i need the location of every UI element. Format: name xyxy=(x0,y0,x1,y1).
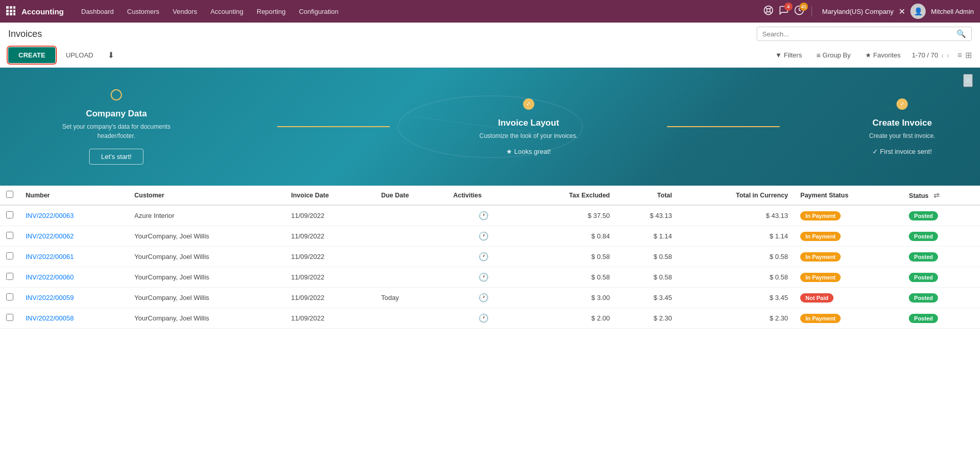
row-checkbox-0[interactable] xyxy=(6,211,13,218)
next-page-button[interactable]: › xyxy=(947,51,949,59)
activity-clock-icon[interactable]: 🕐 xyxy=(478,314,489,323)
row-checkbox-cell[interactable] xyxy=(0,247,19,267)
connector-2 xyxy=(667,126,780,127)
nav-dashboard[interactable]: Dashboard xyxy=(75,5,120,18)
create-button[interactable]: CREATE xyxy=(8,47,55,63)
cell-number[interactable]: INV/2022/00063 xyxy=(19,205,128,226)
lets-start-button[interactable]: Let's start! xyxy=(89,149,143,165)
cell-number[interactable]: INV/2022/00058 xyxy=(19,308,128,329)
col-due-date[interactable]: Due Date xyxy=(375,186,447,205)
cell-activities[interactable]: 🕐 xyxy=(447,308,520,329)
cell-activities[interactable]: 🕐 xyxy=(447,267,520,288)
cell-number[interactable]: INV/2022/00059 xyxy=(19,288,128,308)
download-button[interactable]: ⬇ xyxy=(103,48,118,62)
cell-total-currency: $ 3.45 xyxy=(678,288,795,308)
select-all-checkbox[interactable] xyxy=(6,191,13,198)
banner-close-button[interactable]: ✕ xyxy=(963,74,973,87)
table-row: INV/2022/00058 YourCompany, Joel Willis … xyxy=(0,308,980,329)
company-name: Maryland(US) Company xyxy=(822,8,893,15)
cell-activities[interactable]: 🕐 xyxy=(447,226,520,247)
search-bar[interactable]: 🔍 xyxy=(757,27,972,41)
cell-activities[interactable]: 🕐 xyxy=(447,205,520,226)
kanban-view-icon[interactable]: ⊞ xyxy=(965,50,972,60)
svg-line-14 xyxy=(765,11,767,13)
activity-clock-icon[interactable]: 🕐 xyxy=(478,232,489,240)
invoice-list: Number Customer Invoice Date Due Date Ac… xyxy=(0,186,980,329)
cell-due-date xyxy=(375,267,447,288)
nav-accounting[interactable]: Accounting xyxy=(204,5,249,18)
svg-line-13 xyxy=(769,7,772,9)
cell-total: $ 43.13 xyxy=(616,205,678,226)
select-all-header[interactable] xyxy=(0,186,19,205)
grid-icon[interactable] xyxy=(6,6,15,17)
cell-number[interactable]: INV/2022/00062 xyxy=(19,226,128,247)
activity-clock-icon[interactable]: 🕐 xyxy=(478,252,489,261)
row-checkbox-5[interactable] xyxy=(6,314,13,321)
nav-configuration[interactable]: Configuration xyxy=(293,5,344,18)
svg-rect-7 xyxy=(10,13,12,15)
row-checkbox-cell[interactable] xyxy=(0,226,19,247)
col-total[interactable]: Total xyxy=(616,186,678,205)
groupby-icon: ≡ xyxy=(816,51,820,59)
row-checkbox-2[interactable] xyxy=(6,252,13,259)
prev-page-button[interactable]: ‹ xyxy=(941,51,944,59)
nav-reporting[interactable]: Reporting xyxy=(251,5,291,18)
table-row: INV/2022/00063 Azure Interior 11/09/2022… xyxy=(0,205,980,226)
svg-rect-3 xyxy=(6,10,9,12)
activity-icon[interactable]: 41 xyxy=(794,5,804,18)
activity-clock-icon[interactable]: 🕐 xyxy=(478,293,489,302)
col-tax-excluded[interactable]: Tax Excluded xyxy=(520,186,616,205)
row-checkbox-1[interactable] xyxy=(6,232,13,239)
row-checkbox-3[interactable] xyxy=(6,273,13,280)
cell-number[interactable]: INV/2022/00061 xyxy=(19,247,128,267)
cell-total-currency: $ 0.58 xyxy=(678,247,795,267)
col-total-currency[interactable]: Total in Currency xyxy=(678,186,795,205)
col-customer[interactable]: Customer xyxy=(128,186,285,205)
groupby-label: Group By xyxy=(823,51,851,59)
chat-icon[interactable]: 4 xyxy=(779,5,789,18)
upload-button[interactable]: UPLOAD xyxy=(59,48,99,62)
col-status[interactable]: Status ⇄ xyxy=(903,186,980,205)
list-view-icon[interactable]: ≡ xyxy=(957,51,962,60)
favorites-label: Favorites xyxy=(873,51,901,59)
svg-rect-4 xyxy=(10,10,12,12)
nav-vendors[interactable]: Vendors xyxy=(166,5,203,18)
payment-status-badge: In Payment xyxy=(800,232,841,241)
support-icon[interactable] xyxy=(763,5,774,18)
filters-button[interactable]: ▼ Filters xyxy=(772,49,805,61)
row-checkbox-cell[interactable] xyxy=(0,308,19,329)
nav-customers[interactable]: Customers xyxy=(121,5,165,18)
wrench-icon[interactable]: ✕ xyxy=(899,7,905,16)
col-payment-status[interactable]: Payment Status xyxy=(794,186,903,205)
col-invoice-date[interactable]: Invoice Date xyxy=(285,186,375,205)
cell-payment-status: In Payment xyxy=(794,247,903,267)
cell-activities[interactable]: 🕐 xyxy=(447,288,520,308)
search-input[interactable] xyxy=(762,30,956,38)
svg-line-12 xyxy=(769,11,772,13)
row-checkbox-cell[interactable] xyxy=(0,267,19,288)
search-icon[interactable]: 🔍 xyxy=(956,29,966,38)
step1-circle xyxy=(111,89,122,101)
avatar[interactable]: 👤 xyxy=(910,4,926,19)
table-settings-icon[interactable]: ⇄ xyxy=(933,191,940,199)
row-checkbox-cell[interactable] xyxy=(0,288,19,308)
groupby-button[interactable]: ≡ Group By xyxy=(813,49,853,62)
cell-total: $ 3.45 xyxy=(616,288,678,308)
cell-tax-excluded: $ 0.58 xyxy=(520,267,616,288)
banner-step-create-invoice: ✓ Create Invoice Create your first invoi… xyxy=(869,98,935,155)
cell-activities[interactable]: 🕐 xyxy=(447,247,520,267)
col-activities[interactable]: Activities xyxy=(447,186,520,205)
step1-description: Set your company's data for documents he… xyxy=(45,122,188,140)
svg-rect-1 xyxy=(10,6,12,9)
cell-number[interactable]: INV/2022/00060 xyxy=(19,267,128,288)
activity-clock-icon[interactable]: 🕐 xyxy=(478,273,489,282)
cell-invoice-date: 11/09/2022 xyxy=(285,267,375,288)
cell-invoice-date: 11/09/2022 xyxy=(285,247,375,267)
favorites-button[interactable]: ★ Favorites xyxy=(862,49,904,61)
divider xyxy=(811,6,812,16)
row-checkbox-cell[interactable] xyxy=(0,205,19,226)
col-number[interactable]: Number xyxy=(19,186,128,205)
status-badge: Posted xyxy=(909,314,938,323)
row-checkbox-4[interactable] xyxy=(6,293,13,300)
activity-clock-icon[interactable]: 🕐 xyxy=(478,211,489,220)
